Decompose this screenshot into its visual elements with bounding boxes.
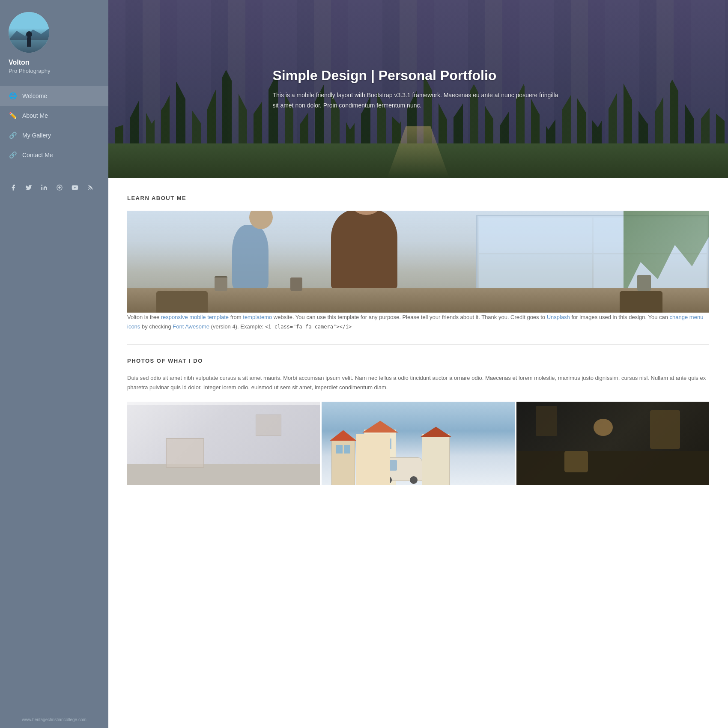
unsplash-link[interactable]: Unsplash bbox=[547, 314, 570, 320]
about-heading: LEARN ABOUT ME bbox=[127, 195, 709, 201]
nav-item-gallery[interactable]: 🔗 My Gallery bbox=[0, 125, 108, 145]
nav-label-gallery: My Gallery bbox=[22, 132, 51, 139]
photo-1[interactable] bbox=[127, 402, 320, 485]
rss-icon[interactable] bbox=[86, 183, 95, 192]
nav-item-about[interactable]: ✏️ About Me bbox=[0, 106, 108, 125]
gallery-icon: 🔗 bbox=[9, 131, 17, 140]
profile-name: Volton bbox=[9, 59, 30, 66]
photo-2[interactable] bbox=[322, 402, 514, 485]
hero-section: Simple Design | Personal Portfolio This … bbox=[108, 0, 728, 178]
profile-subtitle: Pro Photography bbox=[9, 68, 51, 74]
about-body-text: Volton is free responsive mobile templat… bbox=[127, 313, 709, 331]
welcome-icon: 🌐 bbox=[9, 92, 17, 100]
nav-item-contact[interactable]: 🔗 Contact Me bbox=[0, 145, 108, 165]
about-image bbox=[127, 211, 709, 313]
sidebar-navigation: 🌐 Welcome ✏️ About Me 🔗 My Gallery 🔗 Con… bbox=[0, 86, 108, 165]
nav-label-contact: Contact Me bbox=[22, 152, 53, 158]
about-icon: ✏️ bbox=[9, 111, 17, 120]
photo-3[interactable] bbox=[516, 402, 709, 485]
youtube-icon[interactable] bbox=[70, 183, 80, 192]
fontawesome-link[interactable]: Font Awesome bbox=[173, 323, 209, 330]
nav-label-welcome: Welcome bbox=[22, 92, 47, 99]
sidebar-footer: www.heritagechristiancollege.com bbox=[0, 717, 108, 722]
linkedin-icon[interactable] bbox=[39, 183, 49, 192]
nav-item-welcome[interactable]: 🌐 Welcome bbox=[0, 86, 108, 106]
svg-rect-0 bbox=[41, 187, 42, 190]
about-section: LEARN ABOUT ME bbox=[108, 178, 728, 502]
hero-content: Simple Design | Personal Portfolio This … bbox=[273, 67, 564, 111]
social-links bbox=[0, 173, 108, 202]
hero-title: Simple Design | Personal Portfolio bbox=[273, 67, 564, 84]
photos-description: Duis sed odio sit amet nibh vulputate cu… bbox=[127, 373, 709, 392]
code-example: <i class="fa fa-camera"></i> bbox=[265, 324, 352, 330]
svg-point-1 bbox=[41, 185, 42, 186]
photos-grid bbox=[127, 402, 709, 485]
templatemo-link[interactable]: templatemo bbox=[243, 314, 272, 320]
section-divider bbox=[127, 344, 709, 345]
profile-section: Volton Pro Photography bbox=[0, 0, 108, 82]
main-content: Simple Design | Personal Portfolio This … bbox=[108, 0, 728, 728]
responsive-link[interactable]: responsive mobile template bbox=[161, 314, 229, 320]
avatar bbox=[9, 12, 49, 53]
googleplus-icon[interactable] bbox=[55, 183, 64, 192]
facebook-icon[interactable] bbox=[9, 183, 18, 192]
sidebar: Volton Pro Photography 🌐 Welcome ✏️ Abou… bbox=[0, 0, 108, 728]
svg-point-3 bbox=[88, 189, 89, 190]
photos-heading: PHOTOS OF WHAT I DO bbox=[127, 358, 709, 364]
nav-label-about: About Me bbox=[22, 112, 48, 119]
contact-icon: 🔗 bbox=[9, 151, 17, 159]
hero-description: This is a mobile friendly layout with Bo… bbox=[273, 90, 564, 111]
twitter-icon[interactable] bbox=[24, 183, 33, 192]
